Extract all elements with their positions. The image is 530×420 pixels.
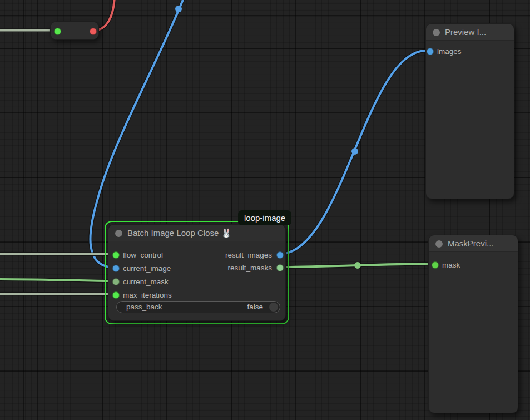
link-midpoint-dot-green-right	[354, 262, 361, 269]
pass-back-widget-value: false	[247, 302, 263, 313]
input-slot-max-iterations[interactable]	[112, 291, 120, 299]
pass-back-toggle-widget[interactable]: pass_back false	[116, 301, 280, 313]
pass-back-toggle-knob[interactable]	[269, 303, 278, 312]
wire-into-current-mask	[0, 279, 115, 281]
preview-image-title: Preview I...	[445, 24, 486, 41]
input-label-current-image: current_image	[123, 265, 171, 273]
output-label-result-images: result_images	[225, 251, 272, 259]
input-slot-current-mask[interactable]	[112, 278, 120, 285]
input-label-max-iterations: max_iterations	[123, 291, 172, 299]
node-editor-canvas[interactable]: { "canvas": { "background": "#232323", "…	[0, 0, 530, 420]
input-slot-mask[interactable]	[432, 261, 439, 269]
input-label-mask: mask	[442, 261, 460, 269]
collapsed-node-output-slot-green[interactable]	[54, 28, 61, 35]
main-node-group-badge: loop-image	[238, 210, 291, 225]
mask-preview-title-bar[interactable]: MaskPrevi...	[429, 235, 518, 252]
input-label-images: images	[437, 48, 462, 56]
input-label-current-mask: current_mask	[123, 278, 169, 286]
main-node[interactable]: Batch Image Loop Close 🐰 flow_control cu…	[108, 224, 286, 321]
link-midpoint-dot-blue-top	[175, 6, 182, 12]
pass-back-widget-label: pass_back	[126, 302, 162, 313]
link-midpoint-dot-blue-right	[351, 148, 358, 155]
collapse-dot-icon[interactable]	[435, 240, 443, 248]
mask-preview-title: MaskPrevi...	[448, 235, 494, 252]
input-label-flow-control: flow_control	[123, 251, 163, 259]
input-slot-images[interactable]	[427, 48, 434, 55]
collapse-dot-icon[interactable]	[115, 230, 122, 237]
collapsed-node-output-slot-red[interactable]	[90, 28, 97, 35]
main-node-title: Batch Image Loop Close 🐰	[127, 225, 231, 241]
mask-preview-node[interactable]: MaskPrevi... mask	[428, 235, 518, 413]
output-label-result-masks: result_masks	[227, 264, 272, 272]
preview-image-title-bar[interactable]: Preview I...	[426, 24, 514, 41]
preview-image-node[interactable]: Preview I... images	[425, 23, 514, 199]
collapse-dot-icon[interactable]	[433, 29, 440, 36]
collapsed-node[interactable]	[50, 21, 99, 40]
output-slot-result-masks[interactable]	[276, 264, 284, 271]
wire-into-flow-control	[0, 254, 115, 254]
main-node-title-bar[interactable]: Batch Image Loop Close 🐰	[108, 225, 285, 241]
output-slot-result-images[interactable]	[276, 251, 284, 259]
input-slot-flow-control[interactable]	[112, 251, 120, 259]
wire-into-max-iterations	[0, 294, 115, 294]
input-slot-current-image[interactable]	[112, 265, 120, 272]
